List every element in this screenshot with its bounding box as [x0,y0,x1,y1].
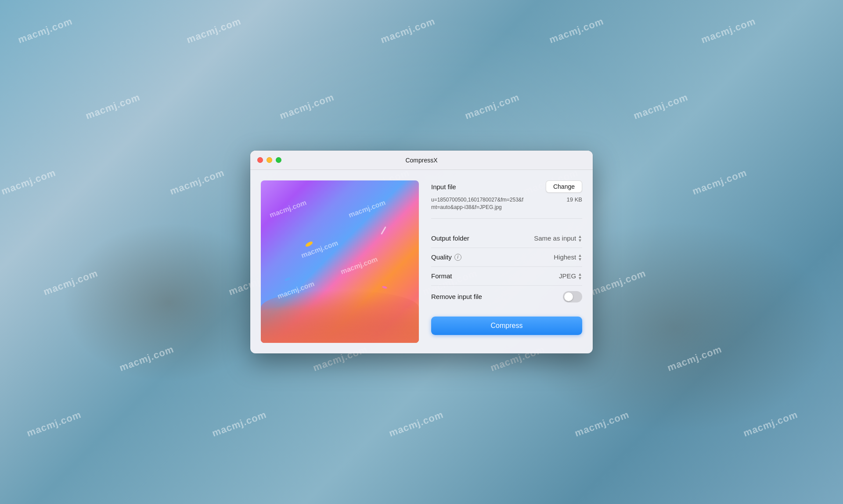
preview-decorations [261,180,419,343]
format-value: JPEG [559,272,576,280]
format-label: Format [431,272,452,280]
output-folder-value-group[interactable]: Same as input ▲ ▼ [534,234,582,242]
decor-dot-1 [305,241,313,248]
output-folder-row: Output folder Same as input ▲ ▼ [431,229,582,248]
format-row: Format JPEG ▲ ▼ [431,267,582,286]
toggle-knob [564,292,573,301]
input-file-row: Input file Change [431,180,582,193]
decor-line-1 [381,226,386,234]
file-info-row: u=1850700500,1601780027&fm=253&fmt=auto&… [431,196,582,219]
maximize-button[interactable] [276,157,281,163]
compress-button[interactable]: Compress [431,317,582,335]
file-name: u=1850700500,1601780027&fm=253&fmt=auto&… [431,196,528,211]
decor-dot-2 [284,277,291,281]
remove-input-label: Remove input file [431,293,482,300]
input-file-label: Input file [431,183,456,191]
minimize-button[interactable] [267,157,272,163]
decor-dot-3 [382,285,388,289]
traffic-lights [257,157,281,163]
format-stepper-icon: ▲ ▼ [578,272,582,280]
app-window: CompressX macmj.commacmj.commacmj.commac… [250,151,593,353]
file-size: 19 KB [567,196,582,203]
window-content: macmj.commacmj.commacmj.commacmj.commacm… [250,170,593,353]
output-folder-value: Same as input [534,234,576,242]
quality-value: Highest [554,253,576,261]
format-value-group[interactable]: JPEG ▲ ▼ [559,272,582,280]
preview-area: macmj.commacmj.commacmj.commacmj.commacm… [261,180,419,343]
close-button[interactable] [257,157,263,163]
window-title: CompressX [405,157,437,164]
preview-image: macmj.commacmj.commacmj.commacmj.commacm… [261,180,419,343]
output-folder-stepper-icon: ▲ ▼ [578,234,582,242]
quality-row: Quality i Highest ▲ ▼ [431,248,582,267]
quality-label: Quality i [431,253,461,261]
remove-input-row: Remove input file [431,286,582,308]
controls-area: Input file Change u=1850700500,160178002… [431,180,582,343]
remove-input-toggle[interactable] [563,291,582,302]
quality-stepper-icon: ▲ ▼ [578,253,582,261]
output-folder-label: Output folder [431,234,469,242]
quality-info-icon[interactable]: i [454,254,461,261]
wave-shape-2 [261,303,419,343]
title-bar: CompressX [250,151,593,170]
change-button[interactable]: Change [546,180,582,193]
quality-value-group[interactable]: Highest ▲ ▼ [554,253,582,261]
